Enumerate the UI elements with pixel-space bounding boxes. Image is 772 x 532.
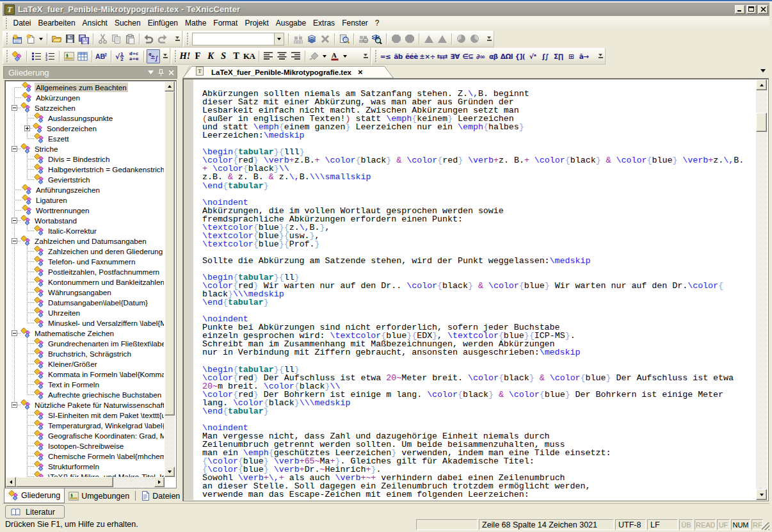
outline-item[interactable]: Ligaturen <box>6 195 164 205</box>
math-toggle-button[interactable]: α±∫ <box>147 49 160 63</box>
operators-button[interactable]: ±×÷ <box>419 49 436 63</box>
dropdown-caret-button[interactable] <box>37 32 44 46</box>
scroll-thumb[interactable] <box>756 113 767 132</box>
outline-item-label[interactable]: \TeX{} für Mikro- und Makro-Titel, Indiz… <box>47 472 164 478</box>
smallcaps-button[interactable]: KA <box>243 49 256 63</box>
outline-item-label[interactable]: Temperaturgrad, Winkelgrad \label{Te <box>47 421 164 430</box>
outline-item[interactable]: Bruchstrich, Schrägstrich <box>6 348 164 359</box>
toolbar-grip-handle[interactable] <box>4 33 10 45</box>
tree-plus-expander[interactable] <box>24 125 30 131</box>
menu-datei[interactable]: Datei <box>10 17 35 30</box>
outline-item-label[interactable]: Minuskel- und Versalziffern \label{Minu <box>47 318 164 328</box>
outline-item-label[interactable]: Mathematische Zeichen <box>33 328 115 338</box>
prev-badbox-button[interactable] <box>454 32 468 46</box>
outline-item-label[interactable]: Isotopen-Schreibweise <box>47 441 125 451</box>
outline-item[interactable]: Minuskel- und Versalziffern \label{Minu <box>6 318 164 328</box>
outline-item-label[interactable]: Wortabstand <box>33 216 78 225</box>
outline-item[interactable]: Sonderzeichen <box>6 123 164 133</box>
outline-panel-header[interactable]: Gliederung <box>3 66 177 79</box>
outline-item[interactable]: Striche <box>6 143 164 154</box>
editor-code-area[interactable]: Abkürzungen sollten niemals am Satzanfan… <box>202 90 755 500</box>
heading-button[interactable]: H! <box>179 49 191 63</box>
outline-item[interactable]: Telefon- und Faxnummern <box>6 256 164 266</box>
toolbar-options-chevron[interactable] <box>173 32 181 46</box>
outline-item-label[interactable]: Telefon- und Faxnummern <box>47 257 136 266</box>
enumerate-button[interactable]: 123 <box>43 49 56 63</box>
outline-item-label[interactable]: SI-Einheiten mit dem Paket \texttt{un <box>47 410 164 420</box>
menu-projekt[interactable]: Projekt <box>241 17 272 30</box>
tree-minus-expander[interactable] <box>12 146 17 152</box>
outline-item-label[interactable]: Allgemeines zum Beachten <box>35 83 128 92</box>
combobox-value[interactable] <box>193 33 274 45</box>
code-editor[interactable]: Abkürzungen sollten niemals am Satzanfan… <box>182 78 769 501</box>
outline-item[interactable]: Geviertstrich <box>6 174 164 184</box>
undo-button[interactable] <box>142 32 156 46</box>
dropdown-caret-button[interactable] <box>342 49 349 63</box>
toolbar-options-chevron[interactable] <box>161 49 169 63</box>
tree-minus-expander[interactable] <box>12 105 17 111</box>
outline-item[interactable]: Allgemeines zum Beachten <box>6 82 164 92</box>
font-color-button[interactable]: A <box>328 49 342 63</box>
outline-item-label[interactable]: Halbgeviertstrich = Gedankenstrich <box>47 165 164 174</box>
outline-item[interactable]: Chemische Formeln \label{mhchem} <box>6 451 164 461</box>
logic-button[interactable]: ∃∀ <box>449 49 462 63</box>
paste-button[interactable] <box>123 32 136 46</box>
outline-item-label[interactable]: Nützliche Pakete für Naturwissenschaftle… <box>33 400 164 410</box>
toolbar-options-chevron[interactable] <box>597 49 604 63</box>
outline-item[interactable]: Zahlzeichen und deren Gliederung <box>6 246 164 256</box>
outline-item[interactable]: Italic-Korrektur <box>6 225 164 236</box>
panel-tab-umgebungen[interactable]: Umgebungen <box>65 488 133 503</box>
outline-item[interactable]: Eszett <box>6 133 164 143</box>
outline-item-label[interactable]: Sonderzeichen <box>45 124 98 133</box>
scroll-down-button[interactable] <box>756 489 767 500</box>
outline-item[interactable]: Aufrechte griechische Buchstaben <box>6 389 164 399</box>
outline-item[interactable]: \TeX{} für Mikro- und Makro-Titel, Indiz… <box>6 471 164 477</box>
scroll-thumb[interactable] <box>165 92 175 415</box>
outline-item[interactable]: Text in Formeln <box>6 379 164 389</box>
menu-bearbeiten[interactable]: Bearbeiten <box>35 17 79 30</box>
cut-button[interactable] <box>96 32 109 46</box>
outline-item-label[interactable]: Striche <box>33 144 59 154</box>
outline-item-label[interactable]: Chemische Formeln \label{mhchem} <box>47 451 164 461</box>
outline-item-label[interactable]: Abkürzungen <box>35 93 81 102</box>
build-view-gray-button[interactable] <box>357 32 370 46</box>
matrices-button[interactable]: ⊞ <box>565 49 577 63</box>
outline-item-label[interactable]: Datumsangaben\label{Datum} <box>47 298 149 307</box>
panel-menu-dropdown-icon[interactable] <box>148 70 154 74</box>
panel-pin-icon[interactable] <box>158 69 164 76</box>
toolbar-grip-handle[interactable] <box>173 50 178 62</box>
outline-item-label[interactable]: Auslassungspunkte <box>47 113 114 123</box>
prev-error-button[interactable] <box>389 32 403 46</box>
greek-upper-button[interactable]: ΔΩΙ <box>500 49 513 63</box>
bold-button[interactable]: F <box>191 49 204 63</box>
new-project-button[interactable] <box>10 32 24 46</box>
outline-item[interactable]: Datumsangaben\label{Datum} <box>6 297 164 307</box>
literature-tab[interactable]: Literatur <box>5 505 65 519</box>
menu-ansicht[interactable]: Ansicht <box>79 17 111 30</box>
outline-item-label[interactable]: Kommata in Formeln \label{KommaFor <box>47 369 164 379</box>
outline-item[interactable]: Nützliche Pakete für Naturwissenschaftle… <box>6 399 164 410</box>
outline-item[interactable]: Währungsangaben <box>6 287 164 297</box>
document-tab[interactable]: T LaTeX_fuer_Penible-Mikrotypografie.tex… <box>182 66 394 78</box>
redo-button[interactable] <box>156 32 169 46</box>
outline-item-label[interactable]: Kleiner/Größer <box>47 359 99 369</box>
menu-extras[interactable]: Extras <box>310 17 339 30</box>
outline-item-label[interactable]: Geografische Koordinaten: Grad, Minu <box>47 431 164 440</box>
new-document-button[interactable] <box>24 32 37 46</box>
textformat-button[interactable]: AB2 <box>95 49 108 63</box>
outline-item[interactable]: Worttrennungen <box>6 205 164 215</box>
outline-item[interactable]: Auslassungspunkte <box>6 113 164 123</box>
outline-item-label[interactable]: Währungsangaben <box>47 287 113 297</box>
view-output-button[interactable] <box>337 32 351 46</box>
window-resize-grip[interactable] <box>762 522 769 530</box>
outline-item-label[interactable]: Grundrechenarten im Fließtext\label{G <box>47 339 164 348</box>
copy-button[interactable] <box>109 32 123 46</box>
outline-item-label[interactable]: Ligaturen <box>35 195 68 205</box>
fraction-button[interactable]: √12 <box>114 49 127 63</box>
greek-lower-button[interactable]: αβ <box>487 49 500 63</box>
outline-item[interactable]: Strukturformeln <box>6 461 164 471</box>
outline-item-label[interactable]: Uhrzeiten <box>47 308 81 318</box>
outline-item-label[interactable]: Eszett <box>47 134 70 143</box>
vectors-button[interactable]: ā→ <box>577 49 590 63</box>
big-operators-button[interactable]: Σ∏ <box>552 49 565 63</box>
